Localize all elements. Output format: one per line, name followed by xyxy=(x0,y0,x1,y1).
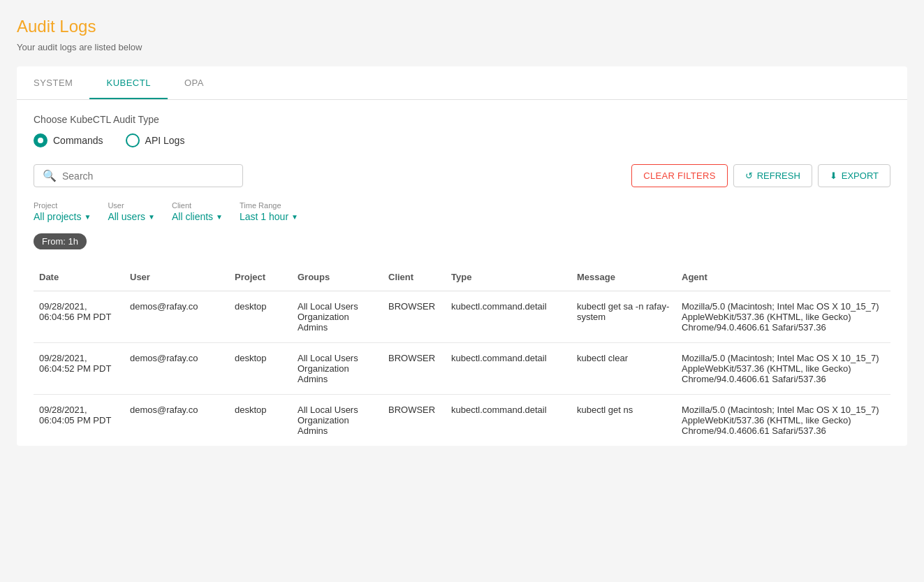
cell-message-2: kubectl get ns xyxy=(571,395,676,446)
export-button[interactable]: ⬇ EXPORT xyxy=(818,164,890,187)
cell-date-0: 09/28/2021, 06:04:56 PM PDT xyxy=(34,291,124,343)
refresh-icon: ↺ xyxy=(745,170,753,181)
radio-label-api-logs: API Logs xyxy=(145,135,185,146)
tab-system[interactable]: SYSTEM xyxy=(17,66,89,99)
search-input[interactable] xyxy=(62,170,234,182)
col-header-user: User xyxy=(124,263,229,291)
table-row: 09/28/2021, 06:04:05 PM PDT demos@rafay.… xyxy=(34,395,890,446)
export-icon: ⬇ xyxy=(830,170,837,181)
cell-client-2: BROWSER xyxy=(383,395,446,446)
cell-user-0: demos@rafay.co xyxy=(124,291,229,343)
cell-type-0: kubectl.command.detail xyxy=(446,291,571,343)
radio-label-commands: Commands xyxy=(53,135,103,146)
audit-type-label: Choose KubeCTL Audit Type xyxy=(34,114,890,125)
project-filter[interactable]: Project All projects ▼ xyxy=(34,201,91,222)
col-header-message: Message xyxy=(571,263,676,291)
cell-project-0: desktop xyxy=(229,291,292,343)
col-header-project: Project xyxy=(229,263,292,291)
col-header-agent: Agent xyxy=(676,263,890,291)
client-filter-label: Client xyxy=(172,201,223,210)
client-filter-arrow: ▼ xyxy=(216,213,223,221)
cell-message-1: kubectl clear xyxy=(571,343,676,395)
user-filter-label: User xyxy=(108,201,155,210)
cell-agent-0: Mozilla/5.0 (Macintosh; Intel Mac OS X 1… xyxy=(676,291,890,343)
table-container: Date User Project Groups Client Type Mes… xyxy=(34,263,890,446)
page-subtitle: Your audit logs are listed below xyxy=(17,42,907,52)
tab-opa[interactable]: OPA xyxy=(168,66,221,99)
cell-date-2: 09/28/2021, 06:04:05 PM PDT xyxy=(34,395,124,446)
radio-api-logs[interactable]: API Logs xyxy=(126,133,185,147)
time-range-filter-label: Time Range xyxy=(240,201,298,210)
cell-date-1: 09/28/2021, 06:04:52 PM PDT xyxy=(34,343,124,395)
refresh-button[interactable]: ↺ REFRESH xyxy=(733,164,812,187)
cell-project-1: desktop xyxy=(229,343,292,395)
filter-dropdowns: Project All projects ▼ User All users ▼ … xyxy=(34,201,890,222)
table-row: 09/28/2021, 06:04:52 PM PDT demos@rafay.… xyxy=(34,343,890,395)
col-header-type: Type xyxy=(446,263,571,291)
cell-client-0: BROWSER xyxy=(383,291,446,343)
project-filter-label: Project xyxy=(34,201,91,210)
filter-bar: 🔍 CLEAR FILTERS ↺ REFRESH ⬇ EXPORT xyxy=(34,164,890,187)
content-area: Choose KubeCTL Audit Type Commands API L… xyxy=(17,100,907,446)
client-filter[interactable]: Client All clients ▼ xyxy=(172,201,223,222)
cell-type-2: kubectl.command.detail xyxy=(446,395,571,446)
cell-groups-2: All Local UsersOrganizationAdmins xyxy=(292,395,383,446)
time-range-filter[interactable]: Time Range Last 1 hour ▼ xyxy=(240,201,298,222)
user-filter-value[interactable]: All users ▼ xyxy=(108,211,155,222)
client-filter-value[interactable]: All clients ▼ xyxy=(172,211,223,222)
filter-actions: CLEAR FILTERS ↺ REFRESH ⬇ EXPORT xyxy=(631,164,890,187)
page-container: Audit Logs Your audit logs are listed be… xyxy=(0,0,924,582)
col-header-date: Date xyxy=(34,263,124,291)
clear-filters-button[interactable]: CLEAR FILTERS xyxy=(631,164,727,187)
time-range-filter-value[interactable]: Last 1 hour ▼ xyxy=(240,211,298,222)
table-header-row: Date User Project Groups Client Type Mes… xyxy=(34,263,890,291)
radio-group: Commands API Logs xyxy=(34,133,890,147)
cell-user-1: demos@rafay.co xyxy=(124,343,229,395)
page-title: Audit Logs xyxy=(17,17,907,36)
project-filter-value[interactable]: All projects ▼ xyxy=(34,211,91,222)
search-icon: 🔍 xyxy=(43,169,57,182)
col-header-groups: Groups xyxy=(292,263,383,291)
radio-commands[interactable]: Commands xyxy=(34,133,103,147)
table-row: 09/28/2021, 06:04:56 PM PDT demos@rafay.… xyxy=(34,291,890,343)
cell-agent-1: Mozilla/5.0 (Macintosh; Intel Mac OS X 1… xyxy=(676,343,890,395)
project-filter-arrow: ▼ xyxy=(84,213,91,221)
audit-table: Date User Project Groups Client Type Mes… xyxy=(34,263,890,446)
tab-kubectl[interactable]: KUBECTL xyxy=(89,66,167,99)
cell-groups-0: All Local UsersOrganizationAdmins xyxy=(292,291,383,343)
search-box: 🔍 xyxy=(34,164,243,187)
radio-circle-api-logs xyxy=(126,133,140,147)
cell-groups-1: All Local UsersOrganizationAdmins xyxy=(292,343,383,395)
time-range-filter-arrow: ▼ xyxy=(291,213,298,221)
cell-message-0: kubectl get sa -n rafay-system xyxy=(571,291,676,343)
tabs-container: SYSTEM KUBECTL OPA xyxy=(17,66,907,100)
cell-type-1: kubectl.command.detail xyxy=(446,343,571,395)
from-badge: From: 1h xyxy=(34,233,87,249)
user-filter-arrow: ▼ xyxy=(148,213,155,221)
user-filter[interactable]: User All users ▼ xyxy=(108,201,155,222)
cell-agent-2: Mozilla/5.0 (Macintosh; Intel Mac OS X 1… xyxy=(676,395,890,446)
radio-circle-commands xyxy=(34,133,47,147)
col-header-client: Client xyxy=(383,263,446,291)
cell-project-2: desktop xyxy=(229,395,292,446)
cell-client-1: BROWSER xyxy=(383,343,446,395)
cell-user-2: demos@rafay.co xyxy=(124,395,229,446)
